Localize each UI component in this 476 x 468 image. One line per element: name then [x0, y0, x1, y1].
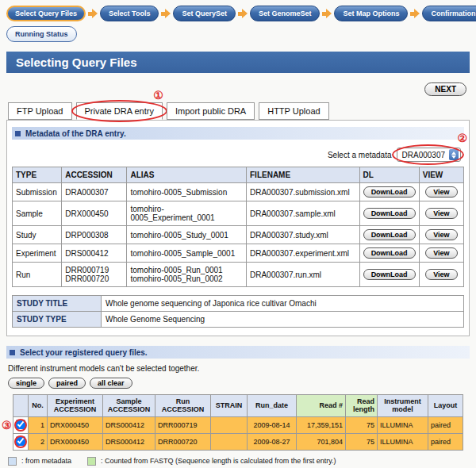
metadata-header-row: TYPE ACCESSION ALIAS FILENAME DL VIEW [13, 167, 464, 183]
query-layout: paired [428, 416, 463, 433]
col-header-run-date: Run_date [248, 395, 297, 417]
meta-accession: DRR000719 DRR000720 [62, 263, 127, 287]
query-header-row: No. Experiment ACCESSION Sample ACCESSIO… [13, 395, 463, 417]
study-info-table: STUDY TITLE Whole genome sequencing of J… [12, 295, 464, 328]
meta-alias: tomohiro-0005_Experiment_0001 [127, 201, 247, 226]
section-bullet-icon [15, 131, 21, 136]
query-row-checkbox[interactable] [16, 436, 25, 446]
instrument-note: Different instrument models can't be sel… [8, 364, 470, 373]
col-header-alias: ALIAS [127, 167, 247, 183]
wizard-step-set-map-options[interactable]: Set Map Options [334, 6, 408, 21]
meta-filename: DRA000307.sample.xml [247, 201, 360, 226]
query-checkbox-cell: ③ [13, 416, 29, 433]
query-section-header: Select your registered query files. [6, 346, 470, 359]
view-button[interactable]: View [425, 269, 457, 280]
page-title: Selecting Query Files [6, 52, 470, 73]
meta-type: Run [13, 263, 62, 287]
wizard-step-confirmation[interactable]: Confirmation [422, 6, 476, 21]
fastq-legend-swatch [87, 457, 96, 466]
metadata-legend-swatch [8, 457, 17, 466]
tab-private-dra-entry[interactable]: Private DRA entry ① [76, 102, 163, 120]
query-strain [211, 433, 248, 450]
meta-filename: DRA000307.run.xml [247, 263, 360, 287]
table-row: Submission DRA000307 tomohiro-0005_Submi… [13, 183, 464, 201]
view-button[interactable]: View [425, 208, 457, 219]
meta-dl-cell: DownLoad [359, 183, 419, 201]
next-row-top: NEXT [6, 73, 470, 96]
section-bullet-icon [10, 350, 15, 355]
next-button-top[interactable]: NEXT [424, 82, 466, 96]
query-run: DRR000720 [155, 433, 211, 450]
meta-alias: tomohiro-0005_Sample_0001 [127, 244, 247, 263]
query-no: 1 [29, 416, 48, 433]
query-section-title: Select your registered query files. [20, 348, 148, 357]
arrow-right-icon [161, 9, 171, 18]
meta-type: Study [13, 226, 62, 244]
table-row: STUDY TYPE Whole Genome Sequencing [13, 312, 464, 328]
download-button[interactable]: DownLoad [363, 208, 416, 219]
meta-filename: DRA000307.study.xml [247, 226, 360, 244]
meta-dl-cell: DownLoad [359, 244, 419, 263]
query-instrument: ILLUMINA [378, 433, 428, 450]
metadata-select[interactable]: DRA000307 [397, 148, 461, 162]
metadata-table: TYPE ACCESSION ALIAS FILENAME DL VIEW Su… [12, 167, 464, 287]
single-button[interactable]: single [8, 378, 44, 389]
table-row: STUDY TITLE Whole genome sequencing of J… [13, 296, 464, 312]
wizard-step-set-queryset[interactable]: Set QuerySet [173, 6, 236, 21]
paired-button[interactable]: paired [48, 378, 86, 389]
download-button[interactable]: DownLoad [363, 229, 416, 240]
view-button[interactable]: View [425, 186, 457, 198]
meta-alias-line2: tomohiro-0005_Run_0002 [130, 274, 243, 283]
wizard-step-select-query-files[interactable]: Select Query Files [6, 6, 86, 21]
query-sample: DRS000412 [103, 433, 155, 450]
wizard-step-set-genomeset[interactable]: Set GenomeSet [250, 6, 321, 21]
query-run-date: 2009-08-14 [248, 416, 297, 433]
query-strain [211, 416, 248, 433]
meta-view-cell: View [419, 183, 463, 201]
all-clear-button[interactable]: all clear [90, 378, 132, 389]
fastq-legend-text: : Counted from FASTQ (Sequence length is… [101, 457, 336, 465]
study-title-label: STUDY TITLE [13, 296, 102, 312]
download-button[interactable]: DownLoad [363, 269, 416, 280]
col-header-experiment: Experiment ACCESSION [48, 395, 103, 417]
metadata-select-value: DRA000307 [402, 151, 445, 159]
query-files-table: No. Experiment ACCESSION Sample ACCESSIO… [13, 394, 463, 451]
select-metadata-label: Select a metadata [328, 151, 392, 159]
download-button[interactable]: DownLoad [363, 247, 416, 259]
study-title-value: Whole genome sequencing of Japonica rice… [102, 296, 464, 312]
meta-view-cell: View [419, 226, 463, 244]
wizard-step-select-tools[interactable]: Select Tools [100, 6, 159, 21]
tab-http-upload[interactable]: HTTP Upload [259, 102, 328, 120]
meta-type: Submission [13, 183, 62, 201]
col-header-read-length: Read length [346, 395, 378, 417]
wizard-step-running-status[interactable]: Running Status [6, 26, 77, 42]
meta-dl-cell: DownLoad [359, 201, 419, 226]
tab-label: Private DRA entry [85, 106, 154, 116]
col-header-sample: Sample ACCESSION [103, 395, 155, 417]
query-row: 2 DRX000450 DRS000412 DRR000720 2009-08-… [13, 433, 463, 450]
query-checkbox-cell [13, 433, 29, 450]
study-type-label: STUDY TYPE [13, 312, 102, 328]
col-header-filename: FILENAME [247, 167, 360, 183]
col-header-instrument: Instrument model [378, 395, 428, 417]
tab-import-public-dra[interactable]: Import public DRA [167, 102, 255, 120]
metadata-legend-text: : from metadata [21, 457, 71, 465]
meta-accession: DRA000307 [62, 183, 127, 201]
query-read-length: 75 [346, 433, 378, 450]
col-header-strain: STRAIN [211, 395, 248, 417]
meta-dl-cell: DownLoad [359, 263, 419, 287]
wizard-nav-row2: Running Status [6, 26, 470, 42]
view-button[interactable]: View [425, 229, 457, 240]
query-read-count: 701,804 [297, 433, 346, 450]
query-row-checkbox[interactable] [16, 420, 25, 429]
query-read-length: 75 [346, 416, 378, 433]
metadata-select-wrap: DRA000307 ② [397, 148, 461, 162]
col-header-no: No. [29, 395, 48, 417]
query-no: 2 [29, 433, 48, 450]
query-instrument: ILLUMINA [378, 416, 428, 433]
study-type-value: Whole Genome Sequencing [102, 312, 464, 328]
view-button[interactable]: View [425, 247, 457, 259]
download-button[interactable]: DownLoad [363, 186, 416, 198]
tab-ftp-upload[interactable]: FTP Upload [8, 102, 72, 120]
meta-type: Experiment [13, 244, 62, 263]
